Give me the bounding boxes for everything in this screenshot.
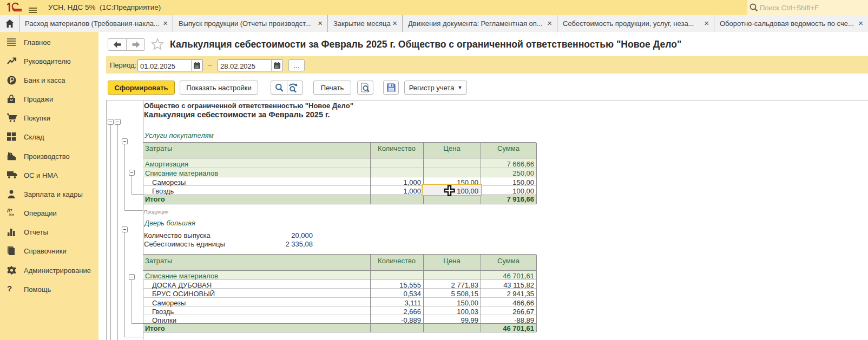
svg-text:Дт: Дт <box>7 208 12 212</box>
svg-text:Кт: Кт <box>9 212 14 217</box>
